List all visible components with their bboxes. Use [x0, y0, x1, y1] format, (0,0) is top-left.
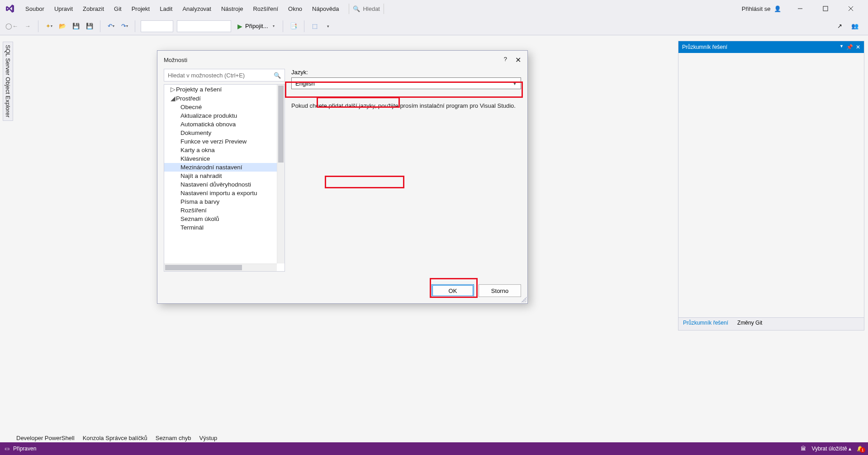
tree-projects[interactable]: ▷Projekty a řešení	[164, 85, 285, 94]
config-combo[interactable]	[141, 20, 173, 32]
play-icon: ▶	[237, 23, 242, 30]
platform-combo[interactable]	[177, 20, 231, 32]
solexp-tab-main[interactable]: Průzkumník řešení	[678, 318, 733, 330]
solution-explorer-title[interactable]: Průzkumník řešení ▼ 📌 ✕	[678, 41, 864, 53]
language-info: Pokud chcete přidat další jazyky, použij…	[291, 102, 521, 110]
menu-soubor[interactable]: Soubor	[21, 3, 49, 15]
tree-environment[interactable]: ◢Prostředí	[164, 94, 285, 103]
new-item-button[interactable]: ✦▾	[43, 20, 55, 32]
chevron-down-icon: ▼	[512, 81, 517, 86]
menu-napoveda[interactable]: Nápověda	[308, 3, 343, 15]
menu-rozsireni[interactable]: Rozšíření	[248, 3, 283, 15]
tree-updates[interactable]: Aktualizace produktu	[164, 111, 285, 120]
menu-projekt[interactable]: Projekt	[127, 3, 154, 15]
sql-explorer-tab[interactable]: SQL Server Object Explorer	[3, 42, 13, 121]
tree-terminal[interactable]: Terminál	[164, 223, 285, 232]
cancel-button[interactable]: Storno	[479, 284, 521, 297]
tree-h-scrollbar[interactable]	[164, 263, 277, 271]
tab-errors[interactable]: Seznam chyb	[156, 435, 191, 441]
search-icon: 🔍	[274, 72, 281, 79]
save-all-button[interactable]: 💾	[84, 20, 95, 32]
signin-link[interactable]: Přihlásit se 👤	[738, 4, 785, 14]
options-search-placeholder: Hledat v možnostech (Ctrl+E)	[168, 72, 245, 79]
tb-icon-2[interactable]: ⬚	[309, 20, 321, 32]
svg-rect-1	[823, 6, 828, 11]
nav-back-button[interactable]: ◯←	[4, 20, 20, 32]
notifications-icon[interactable]: 🔔1	[857, 445, 863, 452]
menu-ladit[interactable]: Ladit	[155, 3, 177, 15]
tb-overflow[interactable]: ▾	[323, 20, 334, 32]
solution-explorer-panel: Průzkumník řešení ▼ 📌 ✕ Průzkumník řešen…	[678, 41, 864, 330]
global-search[interactable]: 🔍 Hledat	[349, 4, 384, 14]
signin-icon: 👤	[774, 5, 781, 12]
repo-select[interactable]: Vybrat úložiště ▴	[811, 445, 851, 452]
nav-fwd-button[interactable]: →	[22, 20, 33, 32]
menu-analyzovat[interactable]: Analyzovat	[178, 3, 216, 15]
options-dialog: Možnosti ? ✕ Hledat v možnostech (Ctrl+E…	[157, 50, 528, 304]
repo-icon: 🏛	[801, 445, 806, 452]
panel-close-icon[interactable]: ✕	[856, 44, 860, 50]
tree-preview[interactable]: Funkce ve verzi Preview	[164, 137, 285, 146]
menubar: Soubor Upravit Zobrazit Git Projekt Ladi…	[0, 0, 868, 17]
language-value: English	[295, 80, 315, 87]
dialog-titlebar[interactable]: Možnosti ? ✕	[157, 51, 527, 69]
tb-icon-1[interactable]: 📑	[288, 20, 299, 32]
dialog-help-icon[interactable]: ?	[504, 56, 507, 64]
tree-tasklist[interactable]: Seznam úkolů	[164, 215, 285, 223]
tree-importexport[interactable]: Nastavení importu a exportu	[164, 189, 285, 197]
tree-extensions[interactable]: Rozšíření	[164, 206, 285, 215]
bottom-tabs: Developer PowerShell Konzola Správce bal…	[16, 435, 217, 441]
notif-badge: 1	[860, 447, 865, 453]
tree-trust[interactable]: Nastavení důvěryhodnosti	[164, 180, 285, 189]
close-button[interactable]	[841, 2, 861, 15]
menu-git[interactable]: Git	[109, 3, 126, 15]
share-icon[interactable]: ↗	[834, 20, 845, 32]
menu-nastroje[interactable]: Nástroje	[217, 3, 247, 15]
menu-okno[interactable]: Okno	[284, 3, 307, 15]
attach-label: Připojit...	[245, 23, 268, 29]
resize-grip-icon[interactable]	[521, 297, 526, 302]
tree-international[interactable]: Mezinárodní nastavení	[164, 163, 285, 172]
language-label: Jazyk:	[291, 69, 521, 76]
liveshare-icon[interactable]: 👥	[849, 20, 861, 32]
minimize-button[interactable]	[790, 2, 810, 15]
tree-findreplace[interactable]: Najít a nahradit	[164, 172, 285, 180]
save-button[interactable]: 💾	[70, 20, 82, 32]
toolbar: ◯← → ✦▾ 📂 💾 💾 ↶▾ ↷▾ ▶ Připojit... ▾ 📑 ⬚ …	[0, 17, 868, 35]
status-bar: ▭ Připraven 🏛 Vybrat úložiště ▴ 🔔1	[0, 442, 868, 455]
menu-zobrazit[interactable]: Zobrazit	[78, 3, 109, 15]
tab-output[interactable]: Výstup	[199, 435, 217, 441]
options-search-input[interactable]: Hledat v možnostech (Ctrl+E) 🔍	[164, 69, 285, 81]
search-placeholder: Hledat	[363, 5, 380, 12]
tab-powershell[interactable]: Developer PowerShell	[16, 435, 75, 441]
options-tree: ▷Projekty a řešení ◢Prostředí Obecné Akt…	[164, 84, 285, 272]
open-button[interactable]: 📂	[57, 20, 68, 32]
tree-autorestore[interactable]: Automatická obnova	[164, 120, 285, 129]
tab-pkgmgr[interactable]: Konzola Správce balíčků	[83, 435, 147, 441]
status-ready: Připraven	[13, 445, 36, 452]
dialog-close-icon[interactable]: ✕	[515, 56, 521, 64]
search-icon: 🔍	[353, 5, 360, 12]
menu-upravit[interactable]: Upravit	[50, 3, 77, 15]
tree-v-scrollbar[interactable]	[277, 85, 285, 263]
tree-general[interactable]: Obecné	[164, 103, 285, 111]
language-dropdown[interactable]: English ▼	[291, 77, 521, 89]
panel-dropdown-icon[interactable]: ▼	[840, 44, 844, 50]
redo-button[interactable]: ↷▾	[119, 20, 130, 32]
solexp-tab-git[interactable]: Změny Git	[733, 318, 767, 330]
tree-keyboard[interactable]: Klávesnice	[164, 154, 285, 163]
ok-button[interactable]: OK	[432, 284, 474, 297]
vs-logo-icon	[4, 2, 16, 15]
tree-documents[interactable]: Dokumenty	[164, 129, 285, 137]
status-ready-icon: ▭	[5, 445, 9, 452]
tree-fonts[interactable]: Písma a barvy	[164, 197, 285, 206]
attach-button[interactable]: ▶ Připojit... ▾	[234, 20, 278, 32]
maximize-button[interactable]	[816, 2, 835, 15]
dialog-title: Možnosti	[164, 57, 187, 63]
tree-tabs[interactable]: Karty a okna	[164, 146, 285, 154]
undo-button[interactable]: ↶▾	[105, 20, 117, 32]
panel-pin-icon[interactable]: 📌	[846, 44, 853, 50]
